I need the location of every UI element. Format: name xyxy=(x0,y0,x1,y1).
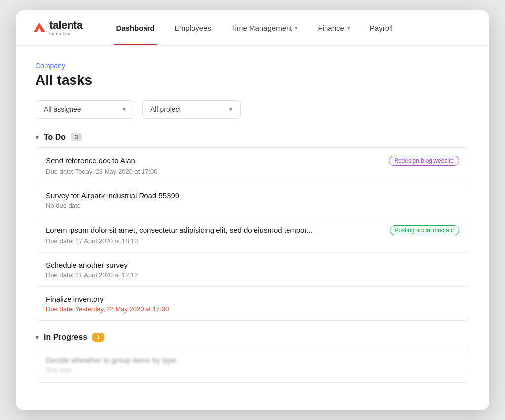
task-name: Lorem ipsum dolor sit amet, consectetur … xyxy=(46,226,384,234)
task-item[interactable]: Lorem ipsum dolor sit amet, consectetur … xyxy=(36,217,469,253)
logo: talenta by mekari xyxy=(32,20,82,36)
task-item[interactable]: Finalize inventory Due date: Yesterday, … xyxy=(36,287,469,320)
app-window: talenta by mekari Dashboard Employees Ti… xyxy=(16,10,489,410)
task-due: Due date: Today, 23 May 2020 at 17:00 xyxy=(46,168,459,175)
nav-item-payroll[interactable]: Payroll xyxy=(360,10,402,45)
todo-section-title: To Do xyxy=(44,133,66,141)
task-name: Decide wheather to group items by type xyxy=(46,356,459,364)
nav-items: Dashboard Employees Time Management ▾ Fi… xyxy=(106,10,402,45)
todo-section-header[interactable]: ▾ To Do 3 xyxy=(36,133,469,141)
project-caret-icon: ▾ xyxy=(229,106,232,113)
talenta-logo-icon xyxy=(32,21,45,35)
svg-marker-0 xyxy=(34,23,45,32)
task-due: Due date: 11 April 2020 at 12:12 xyxy=(46,271,459,279)
top-nav: talenta by mekari Dashboard Employees Ti… xyxy=(16,10,489,46)
todo-count-badge: 3 xyxy=(71,133,82,141)
task-name: Survey for Airpark Industrial Road 55399 xyxy=(46,191,459,200)
task-tag: Posting social media c xyxy=(390,225,459,235)
task-name: Schedule another survey xyxy=(46,261,459,269)
breadcrumb[interactable]: Company xyxy=(36,62,469,70)
in-progress-section-title: In Progress xyxy=(44,333,87,342)
nav-item-time-management[interactable]: Time Management ▾ xyxy=(221,10,308,45)
in-progress-count-badge: 1 xyxy=(92,333,104,342)
nav-item-finance[interactable]: Finance ▾ xyxy=(308,10,360,45)
task-name: Finalize inventory xyxy=(46,295,459,303)
assignee-filter-label: All assignee xyxy=(44,105,81,113)
page-title: All tasks xyxy=(36,72,469,88)
in-progress-section-header[interactable]: ▾ In Progress 1 xyxy=(36,333,469,342)
task-due-overdue: Due date: Yesterday, 22 May 2020 at 17:0… xyxy=(46,305,459,313)
project-filter-label: All project xyxy=(150,105,180,113)
todo-task-list: Send reference doc to Alan Redesign blog… xyxy=(36,147,469,321)
in-progress-task-list: Decide wheather to group items by type D… xyxy=(36,348,469,383)
assignee-caret-icon: ▾ xyxy=(123,106,126,113)
todo-chevron-icon: ▾ xyxy=(36,133,39,141)
nav-item-employees[interactable]: Employees xyxy=(165,10,221,45)
time-management-caret: ▾ xyxy=(295,25,298,31)
task-name: Send reference doc to Alan xyxy=(46,156,383,165)
task-tag: Redesign blog website xyxy=(389,156,459,166)
task-due: Due date: 27 April 2020 at 18:13 xyxy=(46,237,459,245)
task-due: Due date xyxy=(46,366,459,374)
in-progress-chevron-icon: ▾ xyxy=(36,333,39,341)
task-due: No due date xyxy=(46,202,459,209)
finance-caret: ▾ xyxy=(347,25,350,31)
filters-row: All assignee ▾ All project ▾ xyxy=(36,100,469,119)
nav-item-dashboard[interactable]: Dashboard xyxy=(106,10,164,45)
task-item[interactable]: Survey for Airpark Industrial Road 55399… xyxy=(36,183,469,217)
assignee-filter[interactable]: All assignee ▾ xyxy=(36,100,134,119)
task-item[interactable]: Send reference doc to Alan Redesign blog… xyxy=(36,148,469,183)
task-item-blurred: Decide wheather to group items by type D… xyxy=(36,348,469,382)
logo-sub: by mekari xyxy=(49,32,82,36)
main-content: Company All tasks All assignee ▾ All pro… xyxy=(16,46,489,410)
logo-name: talenta xyxy=(49,20,82,31)
task-item[interactable]: Schedule another survey Due date: 11 Apr… xyxy=(36,253,469,287)
project-filter[interactable]: All project ▾ xyxy=(142,100,241,119)
